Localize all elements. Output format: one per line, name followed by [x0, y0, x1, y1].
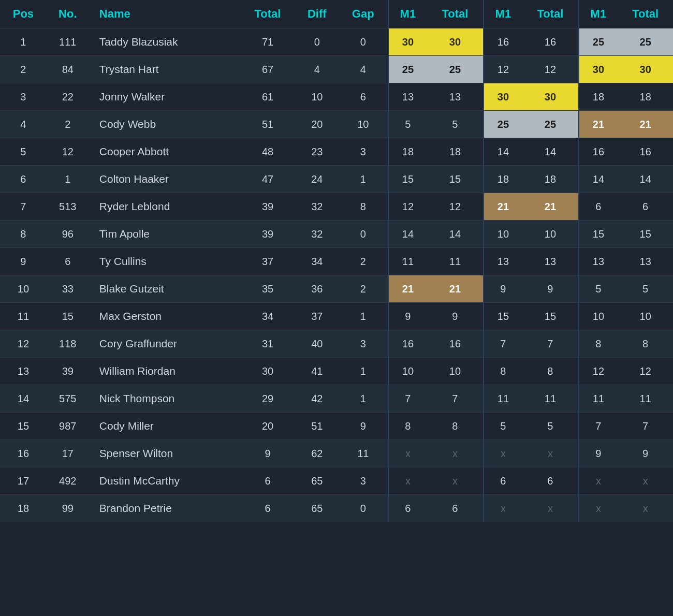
table-cell: 39 — [240, 221, 296, 248]
table-cell: 6 — [522, 467, 578, 495]
g2-m1-header: M1 — [484, 0, 523, 28]
table-cell: 7 — [0, 193, 47, 221]
table-cell: 7 — [388, 385, 428, 413]
table-cell: 513 — [47, 193, 89, 221]
table-cell: 11 — [522, 385, 578, 413]
table-cell: 15 — [0, 413, 47, 440]
table-cell: 31 — [240, 330, 296, 358]
table-cell: 21 — [618, 111, 673, 138]
table-cell: 30 — [484, 83, 523, 111]
table-row: 12118Cory Graffunder3140316167788 — [0, 330, 673, 358]
table-cell: 65 — [295, 495, 339, 522]
table-row: 284Trystan Hart6744252512123030 — [0, 56, 673, 83]
table-cell: Ty Cullins — [89, 248, 240, 275]
table-cell: 11 — [484, 385, 523, 413]
table-cell: 2 — [339, 248, 388, 275]
table-cell: 25 — [579, 28, 618, 56]
header-row: Pos No. Name Total Diff Gap M1 Total M1 … — [0, 0, 673, 28]
table-cell: Cody Webb — [89, 111, 240, 138]
table-cell: 21 — [522, 193, 578, 221]
table-row: 96Ty Cullins37342111113131313 — [0, 248, 673, 275]
table-cell: 12 — [0, 330, 47, 358]
table-cell: 4 — [0, 111, 47, 138]
table-cell: x — [522, 495, 578, 522]
table-cell: 987 — [47, 413, 89, 440]
table-cell: 18 — [618, 83, 673, 111]
table-cell: 42 — [295, 385, 339, 413]
table-cell: 14 — [484, 138, 523, 166]
table-cell: 1 — [339, 385, 388, 413]
table-cell: 6 — [618, 193, 673, 221]
table-cell: 16 — [388, 330, 428, 358]
table-cell: 14 — [579, 166, 618, 193]
table-cell: Nick Thompson — [89, 385, 240, 413]
table-cell: 7 — [522, 330, 578, 358]
table-cell: 11 — [579, 385, 618, 413]
table-cell: x — [579, 467, 618, 495]
table-cell: 33 — [47, 275, 89, 303]
table-cell: Colton Haaker — [89, 166, 240, 193]
table-cell: 10 — [522, 221, 578, 248]
table-cell: 20 — [240, 413, 296, 440]
table-cell: 9 — [522, 275, 578, 303]
table-cell: 8 — [388, 413, 428, 440]
table-cell: 16 — [618, 138, 673, 166]
table-cell: Taddy Blazusiak — [89, 28, 240, 56]
table-cell: Dustin McCarthy — [89, 467, 240, 495]
table-cell: 14 — [522, 138, 578, 166]
table-cell: 9 — [240, 440, 296, 467]
table-cell: 39 — [47, 358, 89, 385]
table-cell: 6 — [339, 83, 388, 111]
table-cell: 5 — [579, 275, 618, 303]
table-cell: Jonny Walker — [89, 83, 240, 111]
table-row: 15987Cody Miller20519885577 — [0, 413, 673, 440]
table-cell: 13 — [484, 248, 523, 275]
table-cell: 30 — [427, 28, 483, 56]
table-cell: 6 — [240, 495, 296, 522]
table-cell: 20 — [295, 111, 339, 138]
table-cell: 37 — [295, 303, 339, 330]
diff-header: Diff — [295, 0, 339, 28]
table-cell: 12 — [388, 193, 428, 221]
table-cell: 1 — [339, 303, 388, 330]
table-cell: 11 — [339, 440, 388, 467]
table-cell: 11 — [0, 303, 47, 330]
table-cell: 2 — [0, 56, 47, 83]
table-cell: 118 — [47, 330, 89, 358]
table-cell: Blake Gutzeit — [89, 275, 240, 303]
table-cell: 12 — [47, 138, 89, 166]
g1-total-header: Total — [427, 0, 483, 28]
table-cell: 3 — [339, 138, 388, 166]
table-cell: 4 — [339, 56, 388, 83]
table-cell: 25 — [388, 56, 428, 83]
table-cell: x — [388, 467, 428, 495]
g2-total-header: Total — [522, 0, 578, 28]
table-cell: 575 — [47, 385, 89, 413]
table-cell: x — [427, 467, 483, 495]
table-cell: 5 — [618, 275, 673, 303]
table-cell: 39 — [240, 193, 296, 221]
table-cell: 8 — [579, 330, 618, 358]
table-cell: 12 — [484, 56, 523, 83]
table-cell: 1 — [0, 28, 47, 56]
table-cell: 9 — [484, 275, 523, 303]
table-cell: 30 — [240, 358, 296, 385]
table-cell: x — [388, 440, 428, 467]
table-cell: 7 — [484, 330, 523, 358]
table-row: 14575Nick Thompson294217711111111 — [0, 385, 673, 413]
table-cell: 41 — [295, 358, 339, 385]
table-cell: 14 — [388, 221, 428, 248]
table-cell: 34 — [240, 303, 296, 330]
table-cell: 8 — [339, 193, 388, 221]
table-cell: 492 — [47, 467, 89, 495]
table-cell: 8 — [484, 358, 523, 385]
table-cell: 6 — [484, 467, 523, 495]
table-cell: 5 — [388, 111, 428, 138]
g3-total-header: Total — [618, 0, 673, 28]
table-cell: 17 — [47, 440, 89, 467]
table-row: 42Cody Webb5120105525252121 — [0, 111, 673, 138]
table-cell: 10 — [339, 111, 388, 138]
table-cell: 13 — [427, 83, 483, 111]
table-cell: 16 — [0, 440, 47, 467]
table-cell: 2 — [339, 275, 388, 303]
